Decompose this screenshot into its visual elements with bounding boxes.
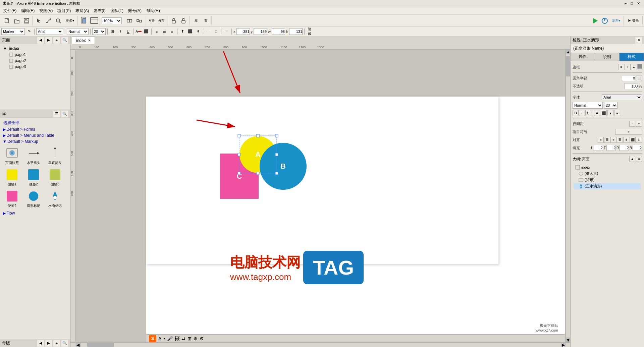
page-button[interactable] (79, 16, 89, 25)
align-left-button[interactable]: ≡ (153, 28, 160, 35)
pages-index-item[interactable]: ▼ index (3, 46, 67, 52)
pages-page2-item[interactable]: page2 (3, 58, 67, 64)
line-spacing-plus[interactable]: + (636, 121, 642, 127)
pages-add[interactable]: + (53, 37, 60, 44)
font-family-select[interactable]: Arial (602, 94, 642, 100)
align-right-button[interactable]: ≡ (169, 28, 175, 35)
outline-settings[interactable]: ⚙ (636, 156, 642, 162)
preview-button[interactable] (590, 16, 599, 25)
more-format-button[interactable]: ⋯ (223, 28, 230, 35)
menu-project[interactable]: 项目(P) (55, 7, 73, 14)
library-category-markup[interactable]: ▼ Default > Markup (1, 138, 69, 144)
border-top-btn[interactable]: ⊤ (625, 64, 631, 70)
style-edit-button[interactable]: ✎ (26, 28, 33, 35)
save-button[interactable] (22, 16, 31, 25)
outline-drop-item[interactable]: (正水滴形) (574, 183, 641, 189)
valign-mid-right[interactable]: ⬛ (630, 137, 636, 143)
right-tab-style[interactable]: 样式 (620, 53, 644, 61)
scroll-up-button[interactable]: ▲ (566, 50, 570, 54)
menu-account[interactable]: 账号(A) (126, 7, 144, 14)
bold-btn-right[interactable]: B (573, 110, 579, 116)
right-align-button[interactable]: 右 (201, 16, 210, 25)
vertical-scrollbar[interactable]: ▲ ▼ (566, 50, 570, 342)
font-weight-select-right[interactable]: Normal Bold (573, 102, 603, 109)
right-tab-notes[interactable]: 说明 (595, 53, 620, 61)
lib-item-drop-mark[interactable]: 水滴标记 (45, 189, 65, 209)
bottom-mic-icon[interactable]: 🎤 (167, 336, 173, 341)
valign-bot-button[interactable]: ⬇ (195, 28, 201, 35)
valign-mid-button[interactable]: ⬛ (187, 28, 194, 35)
pages-nav-back[interactable]: ◀ (37, 37, 44, 44)
border-color-btn[interactable]: ▲ (631, 64, 637, 70)
menu-view[interactable]: 视图(V) (37, 7, 55, 14)
masters-back[interactable]: ◀ (37, 340, 44, 347)
menu-team[interactable]: 团队(T) (108, 7, 125, 14)
share-button[interactable] (600, 16, 609, 25)
border-all-btn[interactable]: ≡ (618, 64, 624, 70)
shape-circle-b[interactable]: B (260, 143, 307, 190)
pages-page1-item[interactable]: page1 (3, 52, 67, 58)
align-center-right[interactable]: ☰ (604, 137, 610, 143)
font-color-swatch[interactable]: A (594, 110, 600, 116)
login-button[interactable]: ▶ 登录 (626, 16, 641, 25)
left-align-button[interactable]: 左 (191, 16, 201, 25)
bottom-settings-icon[interactable]: ⚙ (200, 336, 204, 341)
unlock-button[interactable] (179, 16, 188, 25)
scroll-left-button[interactable]: ◀ (76, 343, 80, 347)
italic-button[interactable]: I (117, 28, 124, 35)
menu-layout[interactable]: 布局(A) (73, 7, 91, 14)
italic-btn-right[interactable]: I (579, 110, 585, 116)
outline-collapse[interactable]: ▲ (629, 156, 635, 162)
master-button[interactable] (89, 16, 99, 25)
font-more2[interactable]: ▲ (614, 110, 620, 116)
scroll-thumb-v[interactable] (566, 56, 570, 76)
scroll-thumb-h[interactable] (87, 343, 114, 347)
underline-button[interactable]: U (125, 28, 131, 35)
zoom-select[interactable]: 50% 75% 100% 125% 150% (102, 17, 122, 24)
group-button[interactable] (125, 16, 134, 25)
bullet-btn[interactable]: ≡ (615, 129, 642, 135)
font-select[interactable]: Arial (36, 28, 63, 35)
lib-item-h-arrow[interactable]: 水平箭头 (23, 146, 44, 166)
align-justify-right[interactable]: ☰ (617, 137, 623, 143)
opacity-input[interactable] (625, 83, 638, 89)
font-color-button[interactable]: A (135, 28, 142, 35)
bottom-img-icon[interactable]: 🖼 (175, 336, 179, 341)
align-left-right[interactable]: ≡ (598, 137, 604, 143)
line-style-button[interactable]: — (205, 28, 212, 35)
connect-mode-button[interactable] (44, 16, 53, 25)
lib-item-sticky2[interactable]: 便签2 (23, 167, 44, 187)
line-spacing-minus[interactable]: − (629, 121, 635, 127)
align-center-button[interactable]: ☰ (161, 28, 168, 35)
new-button[interactable] (2, 16, 12, 25)
scroll-down-button[interactable]: ▼ (566, 338, 570, 342)
canvas-hscroll[interactable]: ◀ ▶ (70, 342, 570, 347)
padding-b-input[interactable] (633, 145, 642, 151)
lib-item-v-arrow[interactable]: 垂直箭头 (45, 146, 65, 166)
tab-index-close[interactable]: ✕ (88, 39, 91, 42)
lib-item-sticky1[interactable]: 便签1 (2, 167, 22, 187)
valign-bot-right[interactable]: ⬇ (636, 137, 642, 143)
open-button[interactable] (12, 16, 21, 25)
font-more[interactable]: ▲ (607, 110, 613, 116)
y-input[interactable] (254, 28, 267, 35)
highlight-color-button[interactable]: ⬛ (143, 28, 150, 35)
scroll-right-button[interactable]: ▶ (561, 343, 566, 347)
bottom-a-icon[interactable]: A (158, 336, 161, 341)
publish-button[interactable]: 发布▾ (609, 16, 623, 25)
library-menu[interactable]: ☰ (53, 111, 60, 117)
padding-r-input[interactable] (620, 145, 629, 151)
pages-page3-item[interactable]: page3 (3, 64, 67, 70)
library-select-all[interactable]: 选择全部 (1, 119, 69, 126)
library-category-menus[interactable]: ▶ Default > Menus and Table (1, 132, 69, 138)
font-weight-select[interactable]: Normal Bold Italic (67, 28, 89, 35)
close-button[interactable]: ✕ (636, 1, 641, 6)
right-panel-close[interactable]: ✕ (635, 37, 642, 44)
outline-rect-item[interactable]: (矩形) (574, 177, 641, 183)
valign-top-button[interactable]: ⬆ (179, 28, 186, 35)
bottom-link-icon[interactable]: ⇄ (181, 336, 185, 341)
select-mode-button[interactable] (34, 16, 44, 25)
padding-l-input[interactable] (594, 145, 603, 151)
menu-file[interactable]: 文件(F) (1, 7, 18, 14)
border-style-button[interactable]: □ (213, 28, 219, 35)
